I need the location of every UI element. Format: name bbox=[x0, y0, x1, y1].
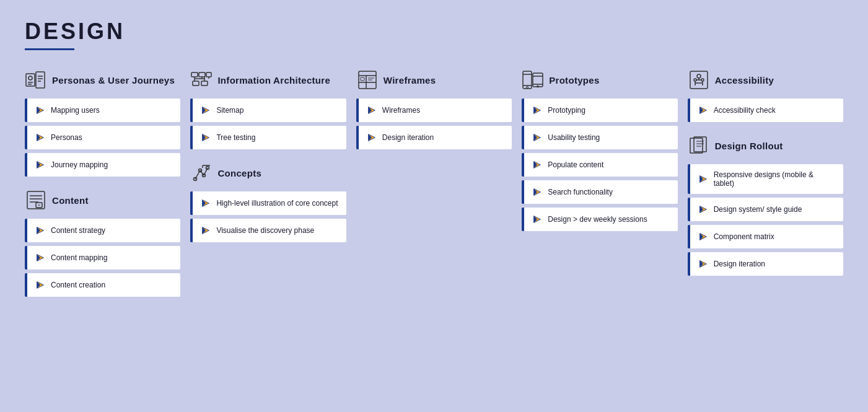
list-item[interactable]: Design iteration bbox=[688, 252, 843, 276]
item-arrow-icon bbox=[35, 132, 46, 143]
svg-rect-27 bbox=[199, 72, 205, 77]
item-arrow-icon bbox=[698, 258, 709, 270]
item-arrow-icon bbox=[698, 204, 709, 215]
section-title-wireframes: Wireframes bbox=[384, 75, 436, 85]
item-arrow-icon bbox=[200, 105, 211, 116]
concepts-icon bbox=[190, 162, 213, 184]
item-arrow-icon bbox=[532, 159, 543, 170]
section-header-personas: Personas & User Journeys bbox=[25, 69, 180, 91]
item-label: Content strategy bbox=[51, 226, 105, 235]
list-item[interactable]: Mapping users bbox=[25, 99, 180, 122]
svg-point-84 bbox=[694, 79, 696, 81]
item-arrow-icon bbox=[532, 105, 543, 116]
svg-rect-94 bbox=[694, 137, 706, 152]
list-item[interactable]: Usability testing bbox=[522, 126, 677, 149]
item-arrow-icon bbox=[366, 132, 377, 143]
list-item[interactable]: Wireframes bbox=[356, 99, 512, 122]
section-header-prototypes: Prototypes bbox=[522, 69, 677, 91]
list-item[interactable]: Search functionality bbox=[522, 180, 677, 204]
svg-rect-57 bbox=[361, 77, 364, 81]
column-accessibility: Accessibility Accessibility check De bbox=[688, 69, 843, 288]
item-arrow-icon bbox=[35, 252, 46, 263]
section-wireframes: Wireframes Wireframes Design iteration bbox=[356, 69, 512, 149]
item-label: Design iteration bbox=[714, 260, 765, 268]
list-item[interactable]: Design iteration bbox=[356, 126, 512, 149]
personas-icon bbox=[25, 69, 47, 91]
item-arrow-icon bbox=[35, 279, 46, 291]
items-rollout: Responsive designs (mobile & tablet) Des… bbox=[688, 164, 843, 276]
item-arrow-icon bbox=[35, 225, 46, 236]
accessibility-icon bbox=[688, 69, 710, 91]
list-item[interactable]: Tree testing bbox=[190, 126, 346, 149]
svg-rect-30 bbox=[201, 81, 208, 85]
item-label: Design > dev weekly sessions bbox=[548, 215, 647, 224]
column-prototypes: Prototypes Prototyping Usability testing… bbox=[522, 69, 677, 243]
svg-rect-64 bbox=[523, 71, 532, 89]
list-item[interactable]: High-level illustration of core concept bbox=[190, 191, 346, 215]
section-title-accessibility: Accessibility bbox=[715, 75, 774, 85]
svg-point-83 bbox=[697, 74, 701, 78]
column-personas-content: Personas & User Journeys Mapping users P… bbox=[25, 69, 180, 309]
item-label: Search functionality bbox=[548, 188, 613, 196]
page-title: DESIGN bbox=[25, 19, 843, 45]
items-personas: Mapping users Personas Journey mapping bbox=[25, 99, 180, 177]
section-personas: Personas & User Journeys Mapping users P… bbox=[25, 69, 180, 177]
item-label: Content mapping bbox=[51, 253, 107, 262]
section-header-ia: Information Architecture bbox=[190, 69, 346, 91]
list-item[interactable]: Personas bbox=[25, 126, 180, 149]
item-arrow-icon bbox=[698, 105, 709, 116]
section-header-wireframes: Wireframes bbox=[356, 69, 512, 91]
section-ia: Information Architecture Sitemap Tree te… bbox=[190, 69, 346, 149]
list-item[interactable]: Content mapping bbox=[25, 246, 180, 270]
section-content: Content Content strategy Content mapping… bbox=[25, 189, 180, 297]
content-icon bbox=[25, 189, 47, 211]
item-label: Mapping users bbox=[51, 106, 100, 115]
list-item[interactable]: Prototyping bbox=[522, 99, 677, 122]
section-header-concepts: Concepts bbox=[190, 162, 346, 184]
main-columns: Personas & User Journeys Mapping users P… bbox=[25, 69, 843, 309]
section-title-rollout: Design Rollout bbox=[715, 141, 783, 151]
list-item[interactable]: Design system/ style guide bbox=[688, 198, 843, 221]
items-concepts: High-level illustration of core concept … bbox=[190, 191, 346, 242]
item-arrow-icon bbox=[532, 186, 543, 198]
svg-rect-53 bbox=[359, 71, 376, 89]
list-item[interactable]: Content strategy bbox=[25, 219, 180, 242]
item-arrow-icon bbox=[200, 132, 211, 143]
section-title-prototypes: Prototypes bbox=[549, 75, 599, 85]
item-label: Journey mapping bbox=[51, 160, 108, 169]
list-item[interactable]: Visualise the discovery phase bbox=[190, 219, 346, 242]
section-title-content: Content bbox=[52, 195, 89, 206]
items-prototypes: Prototyping Usability testing Populate c… bbox=[522, 99, 677, 231]
section-title-ia: Information Architecture bbox=[217, 75, 330, 85]
item-label: Design system/ style guide bbox=[714, 205, 802, 214]
section-title-concepts: Concepts bbox=[217, 168, 261, 178]
title-underline bbox=[25, 48, 74, 50]
item-label: High-level illustration of core concept bbox=[216, 199, 338, 208]
item-label: Accessibility check bbox=[714, 106, 776, 115]
item-label: Component matrix bbox=[714, 232, 774, 241]
item-arrow-icon bbox=[35, 105, 46, 116]
list-item[interactable]: Journey mapping bbox=[25, 153, 180, 177]
list-item[interactable]: Responsive designs (mobile & tablet) bbox=[688, 164, 843, 194]
section-design-rollout: Design Rollout Responsive designs (mobil… bbox=[688, 134, 843, 276]
item-label: Design iteration bbox=[382, 133, 434, 142]
items-ia: Sitemap Tree testing bbox=[190, 99, 346, 149]
items-content: Content strategy Content mapping Content… bbox=[25, 219, 180, 297]
list-item[interactable]: Content creation bbox=[25, 273, 180, 297]
list-item[interactable]: Populate content bbox=[522, 153, 677, 177]
item-label: Wireframes bbox=[382, 106, 420, 115]
list-item[interactable]: Component matrix bbox=[688, 225, 843, 248]
prototypes-icon bbox=[522, 69, 544, 91]
list-item[interactable]: Accessibility check bbox=[688, 99, 843, 122]
list-item[interactable]: Sitemap bbox=[190, 99, 346, 122]
item-arrow-icon bbox=[698, 231, 709, 242]
item-label: Visualise the discovery phase bbox=[216, 226, 314, 235]
item-label: Personas bbox=[51, 133, 82, 142]
list-item[interactable]: Design > dev weekly sessions bbox=[522, 208, 677, 231]
section-header-accessibility: Accessibility bbox=[688, 69, 843, 91]
svg-rect-93 bbox=[690, 138, 703, 153]
svg-rect-26 bbox=[191, 72, 198, 77]
svg-point-70 bbox=[527, 87, 528, 89]
section-header-content: Content bbox=[25, 189, 180, 211]
column-ia: Information Architecture Sitemap Tree te… bbox=[190, 69, 346, 255]
